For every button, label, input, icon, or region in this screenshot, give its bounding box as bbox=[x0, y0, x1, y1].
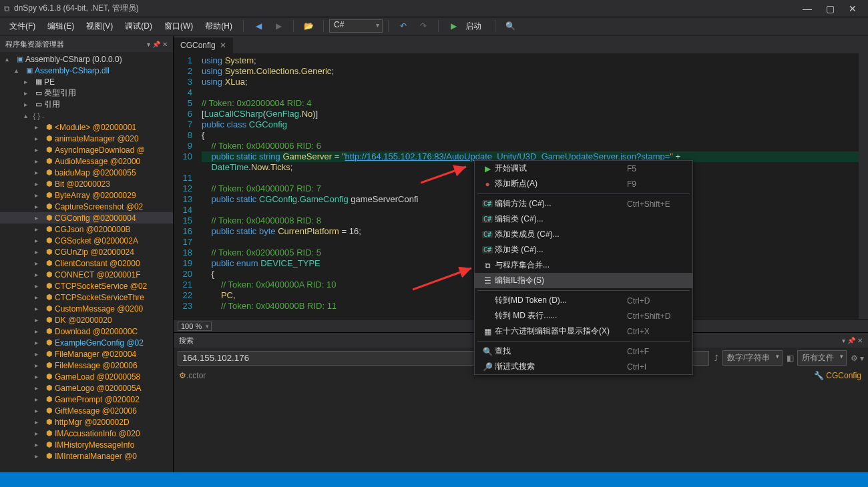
ctx-item[interactable]: 转到MD Token (D)...Ctrl+D bbox=[475, 293, 692, 308]
tree-typeref[interactable]: 类型引用 bbox=[44, 87, 76, 99]
tree-class[interactable]: ▸⬢CGJson @0200000B bbox=[0, 223, 173, 235]
menu-help[interactable]: 帮助(H) bbox=[200, 19, 238, 34]
sidebar-title: 程序集资源管理器 bbox=[5, 39, 64, 49]
panel-pin-icon[interactable]: ▾ 📌 ✕ bbox=[842, 337, 863, 344]
tree-class[interactable]: ▸⬢AudioMessage @02000 bbox=[0, 155, 173, 167]
sidebar-pin-icon[interactable]: ▾ 📌 ✕ bbox=[147, 41, 168, 48]
tab-cgconfig[interactable]: CGConfig ✕ bbox=[174, 37, 233, 53]
menubar: 文件(F) 编辑(E) 视图(V) 调试(D) 窗口(W) 帮助(H) ◀ ▶ … bbox=[0, 17, 868, 36]
sidebar-title-bar: 程序集资源管理器 ▾ 📌 ✕ bbox=[0, 36, 173, 52]
ctx-item[interactable]: ⧉与程序集合并... bbox=[475, 258, 692, 273]
tree-class[interactable]: ▸⬢CGUnZip @02000024 bbox=[0, 246, 173, 258]
ctx-item[interactable]: ●添加断点(A)F9 bbox=[475, 176, 692, 191]
ctx-item[interactable]: 🔍查找Ctrl+F bbox=[475, 344, 692, 359]
menu-edit[interactable]: 编辑(E) bbox=[42, 19, 79, 34]
tree-class[interactable]: ▸⬢AsyncImageDownload @ bbox=[0, 144, 173, 155]
tree-class[interactable]: ▸⬢httpMgr @0200002D bbox=[0, 416, 173, 428]
assembly-tree[interactable]: ▴▣Assembly-CSharp (0.0.0.0) ▴▣Assembly-C… bbox=[0, 52, 173, 472]
menu-view[interactable]: 视图(V) bbox=[81, 19, 118, 34]
tree-namespace[interactable]: { } - bbox=[33, 112, 44, 120]
undo-icon[interactable]: ↶ bbox=[397, 19, 410, 33]
tree-dll[interactable]: Assembly-CSharp.dll bbox=[35, 66, 110, 75]
tree-class[interactable]: ▸⬢CGConfig @02000004 bbox=[0, 212, 173, 223]
ctx-item[interactable]: 转到 MD 表行......Ctrl+Shift+D bbox=[475, 308, 692, 324]
language-combo[interactable]: C# bbox=[329, 19, 383, 33]
tree-class[interactable]: ▸⬢Bit @02000023 bbox=[0, 178, 173, 189]
tree-class[interactable]: ▸⬢ExampleGenConfig @02 bbox=[0, 337, 173, 348]
tree-pe[interactable]: PE bbox=[44, 77, 55, 87]
editor-scrollbar[interactable] bbox=[859, 53, 868, 319]
maximize-button[interactable]: ▢ bbox=[819, 1, 841, 16]
minimize-button[interactable]: — bbox=[796, 1, 819, 16]
zoom-combo[interactable]: 100 % bbox=[178, 322, 212, 331]
tree-class[interactable]: ▸⬢CaptureScreenshot @02 bbox=[0, 201, 173, 212]
close-button[interactable]: ✕ bbox=[841, 1, 864, 16]
ctx-item[interactable]: ☰编辑IL指令(S) bbox=[475, 273, 692, 288]
assembly-explorer: 程序集资源管理器 ▾ 📌 ✕ ▴▣Assembly-CSharp (0.0.0.… bbox=[0, 36, 174, 472]
nav-back-icon[interactable]: ◀ bbox=[252, 19, 265, 33]
ctx-item[interactable]: C#编辑类 (C#)... bbox=[475, 211, 692, 227]
open-icon[interactable]: 📂 bbox=[302, 19, 315, 33]
tree-class[interactable]: ▸⬢CTCPSocketServiceThre bbox=[0, 292, 173, 303]
menu-debug[interactable]: 调试(D) bbox=[120, 19, 158, 34]
tree-class[interactable]: ▸⬢GamePrompt @020002 bbox=[0, 394, 173, 405]
line-gutter: 1234567891011121314151617181920212223 bbox=[174, 53, 198, 319]
ctx-item[interactable]: C#添加类成员 (C#)... bbox=[475, 227, 692, 242]
tree-class[interactable]: ▸⬢FileManager @020004 bbox=[0, 348, 173, 360]
tree-class[interactable]: ▸⬢CTCPSocketService @02 bbox=[0, 280, 173, 292]
menu-file[interactable]: 文件(F) bbox=[4, 19, 41, 34]
search-title: 搜索 bbox=[179, 336, 194, 346]
menu-window[interactable]: 窗口(W) bbox=[159, 19, 198, 34]
play-icon[interactable]: ▶ bbox=[447, 19, 460, 33]
tab-label: CGConfig bbox=[180, 41, 216, 50]
nav-fwd-icon[interactable]: ▶ bbox=[272, 19, 285, 33]
ctx-item[interactable]: C#编辑方法 (C#)...Ctrl+Shift+E bbox=[475, 196, 692, 211]
statusbar bbox=[0, 472, 868, 487]
redo-icon[interactable]: ↷ bbox=[417, 19, 430, 33]
tree-class[interactable]: ▸⬢baiduMap @02000055 bbox=[0, 167, 173, 178]
tree-class[interactable]: ▸⬢GameLogo @0200005A bbox=[0, 382, 173, 394]
tree-class[interactable]: ▸⬢DK @02000020 bbox=[0, 314, 173, 326]
search-results[interactable]: ⚙.cctor 🔧 CGConfig bbox=[174, 368, 868, 472]
result-owner[interactable]: CGConfig bbox=[826, 371, 861, 380]
tree-class[interactable]: ▸⬢Download @0200000C bbox=[0, 326, 173, 337]
tree-class[interactable]: ▸⬢GameLoad @02000058 bbox=[0, 371, 173, 382]
search-settings-icon[interactable]: ⚙ ▾ bbox=[851, 354, 864, 363]
context-menu[interactable]: ▶开始调试F5●添加断点(A)F9C#编辑方法 (C#)...Ctrl+Shif… bbox=[474, 160, 693, 375]
start-label[interactable]: 启动 bbox=[464, 19, 489, 34]
tree-class[interactable]: ▸⬢animateManager @020 bbox=[0, 133, 173, 144]
editor-tabs: CGConfig ✕ bbox=[174, 36, 868, 53]
ctx-item[interactable]: 🔎渐进式搜索Ctrl+I bbox=[475, 359, 692, 374]
tree-class[interactable]: ▸⬢IMHistoryMessageInfo bbox=[0, 439, 173, 450]
tree-class[interactable]: ▸⬢CustomMessage @0200 bbox=[0, 303, 173, 314]
tree-class[interactable]: ▸⬢IMInternalManager @0 bbox=[0, 450, 173, 462]
tree-class[interactable]: ▸⬢IMAccusationInfo @020 bbox=[0, 428, 173, 439]
search-tool-icon[interactable]: 🔍 bbox=[503, 19, 517, 33]
ctx-item[interactable]: ▶开始调试F5 bbox=[475, 161, 692, 176]
tab-close-icon[interactable]: ✕ bbox=[220, 41, 226, 50]
search-result-item[interactable]: .cctor bbox=[186, 371, 206, 380]
tree-class[interactable]: ▸⬢CONNECT @0200001F bbox=[0, 269, 173, 280]
search-type-combo[interactable]: 数字/字符串 bbox=[722, 350, 782, 366]
ctx-item[interactable]: ▦在十六进制编辑器中显示指令(X)Ctrl+X bbox=[475, 324, 692, 339]
tree-class[interactable]: ▸⬢ByteArray @02000029 bbox=[0, 189, 173, 201]
ctx-item[interactable]: C#添加类 (C#)... bbox=[475, 242, 692, 258]
tree-class[interactable]: ▸⬢FileMessage @020006 bbox=[0, 360, 173, 371]
tree-class[interactable]: ▸⬢<Module> @02000001 bbox=[0, 121, 173, 133]
window-buttons: — ▢ ✕ bbox=[796, 1, 864, 16]
gear-icon: ⚙ bbox=[179, 371, 186, 380]
tree-assembly[interactable]: Assembly-CSharp (0.0.0.0) bbox=[25, 55, 122, 64]
tree-refs[interactable]: 引用 bbox=[44, 99, 60, 110]
tree-class[interactable]: ▸⬢GiftMessage @020006 bbox=[0, 405, 173, 416]
app-icon: ⧉ bbox=[4, 4, 10, 13]
tree-class[interactable]: ▸⬢CGSocket @0200002A bbox=[0, 235, 173, 246]
app-title: dnSpy v6.1.8 (64-bit, .NET, 管理员) bbox=[14, 3, 796, 14]
search-scope-combo[interactable]: 所有文件 bbox=[797, 350, 847, 366]
tree-class[interactable]: ▸⬢ClientConstant @02000 bbox=[0, 258, 173, 269]
titlebar: ⧉ dnSpy v6.1.8 (64-bit, .NET, 管理员) — ▢ ✕ bbox=[0, 0, 868, 17]
